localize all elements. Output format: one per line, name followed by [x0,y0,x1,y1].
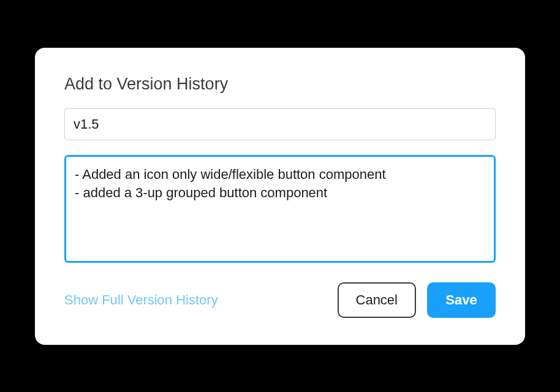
version-input[interactable] [64,108,496,140]
version-history-dialog: Add to Version History Show Full Version… [35,48,525,345]
description-textarea[interactable] [64,155,496,263]
show-full-history-link[interactable]: Show Full Version History [64,292,218,308]
save-button[interactable]: Save [427,282,496,318]
dialog-title: Add to Version History [64,75,496,94]
cancel-button[interactable]: Cancel [338,282,416,318]
footer-buttons: Cancel Save [338,282,496,318]
dialog-footer: Show Full Version History Cancel Save [64,282,496,318]
